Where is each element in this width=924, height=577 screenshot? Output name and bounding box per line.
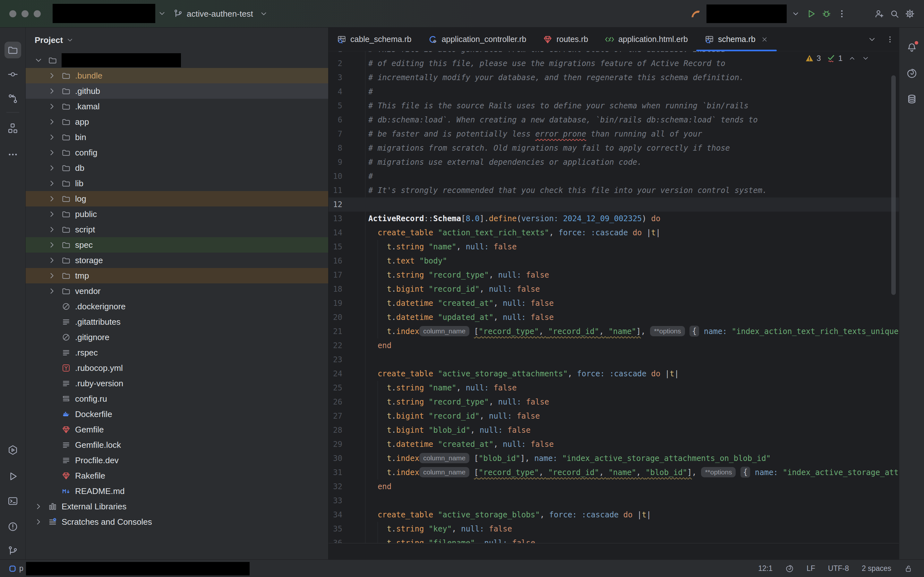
project-selector[interactable] [53,3,166,24]
run-button[interactable] [803,6,819,21]
tab-list-chevron-icon[interactable] [867,35,877,44]
tree-item-.ruby-version[interactable]: .ruby-version [26,376,328,391]
line-number[interactable]: 5 [328,99,342,113]
tree-item-storage[interactable]: storage [26,253,328,268]
code-line-18[interactable]: 18 t.bigint "record_id", null: false [328,282,899,296]
zoom-window-button[interactable] [34,10,41,17]
line-number[interactable]: 36 [328,536,342,543]
line-number[interactable]: 11 [328,183,342,197]
tab-cable_schema.rb[interactable]: cable_schema.rb [328,27,420,51]
tree-item-README.md[interactable]: README.md [26,484,328,499]
tree-item-.github[interactable]: .github [26,83,328,99]
code-line-20[interactable]: 20 t.datetime "updated_at", null: false [328,310,899,324]
chevron-right-icon[interactable] [47,117,57,126]
tree-item-tmp[interactable]: tmp [26,268,328,284]
line-number[interactable]: 31 [328,466,342,480]
minimize-window-button[interactable] [21,10,29,17]
code-line-11[interactable]: 11# It's strongly recommended that you c… [328,183,899,197]
tree-item-Scratches and Consoles[interactable]: Scratches and Consoles [26,514,328,530]
chevron-right-icon[interactable] [47,102,57,111]
pull-request-icon[interactable] [5,90,21,107]
tree-item-lib[interactable]: lib [26,176,328,191]
code-line-25[interactable]: 25 t.string "name", null: false [328,381,899,395]
line-number[interactable]: 32 [328,480,342,494]
code-line-26[interactable]: 26 t.string "record_type", null: false [328,395,899,409]
code-line-36[interactable]: 36 t.string "filename", null: false [328,536,899,543]
line-number[interactable]: 34 [328,508,342,522]
chevron-right-icon[interactable] [47,194,57,203]
line-number[interactable]: 9 [328,155,342,169]
line-number[interactable]: 30 [328,451,342,466]
line-number[interactable]: 33 [328,494,342,508]
tree-item-.rspec[interactable]: .rspec [26,345,328,360]
line-number[interactable]: 15 [328,240,342,254]
close-tab-icon[interactable] [761,35,768,43]
line-number[interactable]: 12 [328,197,342,211]
git-branch-icon[interactable] [5,543,21,559]
tree-item-.gitignore[interactable]: .gitignore [26,330,328,345]
line-number[interactable]: 21 [328,324,342,338]
problems-icon[interactable] [5,518,21,535]
tree-item-Rakefile[interactable]: Rakefile [26,468,328,484]
code-line-13[interactable]: 13ActiveRecord::Schema[8.0].define(versi… [328,211,899,226]
code-line-30[interactable]: 30 t.indexcolumn_name ["blob_id"], name:… [328,451,899,466]
chevron-right-icon[interactable] [34,502,43,511]
tree-item-db[interactable]: db [26,160,328,176]
chevron-right-icon[interactable] [47,210,57,219]
code-with-me-button[interactable] [871,6,887,21]
run-config-chevron[interactable] [788,6,803,21]
code-line-10[interactable]: 10# [328,169,899,183]
chevron-right-icon[interactable] [47,87,57,95]
code-line-9[interactable]: 9# migrations use external dependencies … [328,155,899,169]
editor-area[interactable]: 1# This file is auto-generated from the … [328,51,899,559]
line-number[interactable]: 4 [328,85,342,99]
code-line-4[interactable]: 4# [328,85,899,99]
code-line-7[interactable]: 7# be faster and is potentially less err… [328,127,899,141]
terminal-icon[interactable] [5,493,21,509]
debug-button[interactable] [819,6,834,21]
prev-problem-icon[interactable] [848,55,856,62]
line-number[interactable]: 22 [328,338,342,353]
editor-scrollbar-thumb[interactable] [891,75,896,295]
tree-item-public[interactable]: public [26,206,328,222]
code-line-35[interactable]: 35 t.string "key", null: false [328,522,899,536]
chevron-down-icon[interactable] [34,56,43,65]
inspection-widget[interactable]: 3 1 [805,54,869,63]
file-encoding[interactable]: UTF-8 [828,564,849,573]
tab-application.html.erb[interactable]: application.html.erb [596,27,696,51]
code-line-12[interactable]: 12 [328,197,899,211]
code-line-14[interactable]: 14 create_table "action_text_rich_texts"… [328,226,899,240]
project-panel-header[interactable]: Project [26,27,328,53]
tree-item-script[interactable]: script [26,222,328,237]
code-content[interactable]: 1# This file is auto-generated from the … [328,51,899,543]
settings-button[interactable] [902,6,918,21]
indent-setting[interactable]: 2 spaces [862,564,891,573]
line-number[interactable]: 27 [328,409,342,423]
code-line-28[interactable]: 28 t.bigint "blob_id", null: false [328,423,899,437]
project-folder-icon[interactable] [5,42,21,58]
line-number[interactable]: 13 [328,211,342,226]
window-controls[interactable] [9,10,41,17]
code-line-21[interactable]: 21 t.indexcolumn_name ["record_type", "r… [328,324,899,338]
code-line-5[interactable]: 5# This file is the source Rails uses to… [328,99,899,113]
lock-icon[interactable] [904,564,913,573]
line-separator[interactable]: LF [806,564,815,573]
branch-widget[interactable]: active-authen-test [173,0,268,27]
code-line-29[interactable]: 29 t.datetime "created_at", null: false [328,437,899,451]
code-line-34[interactable]: 34 create_table "active_storage_blobs", … [328,508,899,522]
chevron-right-icon[interactable] [34,517,43,526]
chevron-right-icon[interactable] [47,163,57,172]
tree-item-Gemfile.lock[interactable]: Gemfile.lock [26,437,328,453]
tree-item-.gitattributes[interactable]: .gitattributes [26,314,328,330]
next-problem-icon[interactable] [862,55,869,62]
tree-item-bin[interactable]: bin [26,129,328,145]
code-line-32[interactable]: 32 end [328,480,899,494]
tree-item-log[interactable]: log [26,191,328,206]
line-number[interactable]: 28 [328,423,342,437]
chevron-right-icon[interactable] [47,148,57,157]
status-task-icon[interactable] [8,564,17,573]
chevron-right-icon[interactable] [47,240,57,250]
line-number[interactable]: 35 [328,522,342,536]
code-line-31[interactable]: 31 t.indexcolumn_name ["record_type", "r… [328,466,899,480]
chevron-right-icon[interactable] [47,225,57,234]
